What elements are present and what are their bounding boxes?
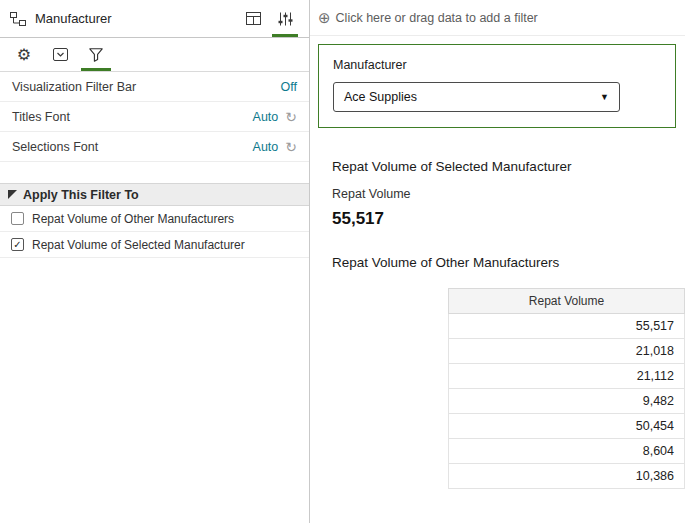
tab-display[interactable] — [42, 38, 78, 71]
tab-properties[interactable] — [269, 0, 301, 37]
property-value: Auto ↻ — [253, 110, 297, 124]
panel-header: Manufacturer — [0, 0, 309, 38]
checkbox-label: Repat Volume of Selected Manufacturer — [32, 238, 245, 252]
checkbox[interactable] — [11, 212, 24, 225]
filter-card-label: Manufacturer — [333, 58, 661, 72]
property-label: Selections Font — [12, 140, 98, 154]
others-viz-title: Repat Volume of Other Manufacturers — [332, 255, 685, 270]
checkbox-label: Repat Volume of Other Manufacturers — [32, 212, 234, 226]
caret-down-icon: ▼ — [600, 92, 609, 102]
tab-filters[interactable] — [78, 38, 114, 71]
table-cell[interactable]: 50,454 — [449, 414, 685, 439]
property-row-titles-font: Titles Font Auto ↻ — [0, 102, 309, 132]
table-row: 21,018 — [449, 339, 685, 364]
titles-font-value[interactable]: Auto — [253, 110, 279, 124]
manufacturer-filter-card: Manufacturer Ace Supplies ▼ — [318, 44, 676, 128]
table-cell[interactable]: 8,604 — [449, 439, 685, 464]
table-cell[interactable]: 21,018 — [449, 339, 685, 364]
tab-general[interactable]: ⚙ — [6, 38, 42, 71]
table-row: 9,482 — [449, 389, 685, 414]
table-row: 8,604 — [449, 439, 685, 464]
tab-visualization-grid[interactable] — [237, 0, 269, 37]
selected-viz-title: Repat Volume of Selected Manufacturer — [332, 159, 685, 174]
reset-icon[interactable]: ↻ — [285, 140, 297, 154]
table-cell[interactable]: 9,482 — [449, 389, 685, 414]
metric-value: 55,517 — [332, 209, 685, 229]
canvas: ⊕ Click here or drag data to add a filte… — [310, 0, 685, 523]
table-header-row: Repat Volume — [449, 289, 685, 314]
reset-icon[interactable]: ↻ — [285, 110, 297, 124]
checkbox[interactable]: ✓ — [11, 238, 24, 251]
panel-header-tabs — [237, 0, 309, 37]
manufacturer-attribute-icon — [10, 12, 26, 26]
add-filter-prompt: Click here or drag data to add a filter — [336, 11, 538, 25]
grid-view-icon — [246, 12, 261, 25]
table-cell[interactable]: 55,517 — [449, 314, 685, 339]
table-cell[interactable]: 10,386 — [449, 464, 685, 489]
property-value: Off — [281, 80, 297, 94]
checkbox-row-selected-manufacturer[interactable]: ✓ Repat Volume of Selected Manufacturer — [0, 232, 309, 258]
window-chevron-icon — [53, 48, 68, 61]
manufacturer-select[interactable]: Ace Supplies ▼ — [333, 82, 620, 112]
section-title: Apply This Filter To — [23, 188, 139, 202]
repat-volume-table: Repat Volume 55,517 21,018 21,112 9,482 … — [448, 288, 685, 489]
property-row-selections-font: Selections Font Auto ↻ — [0, 132, 309, 162]
app-root: Manufacturer — [0, 0, 685, 523]
funnel-icon — [89, 48, 103, 62]
section-apply-this-filter-to[interactable]: Apply This Filter To — [0, 183, 309, 206]
table-cell[interactable]: 21,112 — [449, 364, 685, 389]
property-label: Titles Font — [12, 110, 70, 124]
metric-label: Repat Volume — [332, 187, 685, 201]
add-circle-icon: ⊕ — [318, 10, 331, 25]
filter-properties-panel: Manufacturer — [0, 0, 310, 523]
collapse-triangle-icon — [8, 190, 17, 199]
visualization-filter-bar-value[interactable]: Off — [281, 80, 297, 94]
table-row: 50,454 — [449, 414, 685, 439]
table-row: 21,112 — [449, 364, 685, 389]
sliders-icon — [278, 12, 293, 26]
selected-manufacturer-value: Ace Supplies — [344, 90, 417, 104]
panel-title: Manufacturer — [35, 11, 112, 26]
add-filter-bar[interactable]: ⊕ Click here or drag data to add a filte… — [310, 0, 685, 36]
properties-tab-bar: ⚙ — [0, 38, 309, 72]
property-value: Auto ↻ — [253, 140, 297, 154]
gear-icon: ⚙ — [17, 47, 31, 63]
property-row-visualization-filter-bar: Visualization Filter Bar Off — [0, 72, 309, 102]
checkbox-row-other-manufacturers[interactable]: Repat Volume of Other Manufacturers — [0, 206, 309, 232]
table-row: 10,386 — [449, 464, 685, 489]
table-header-cell[interactable]: Repat Volume — [449, 289, 685, 314]
selections-font-value[interactable]: Auto — [253, 140, 279, 154]
property-label: Visualization Filter Bar — [12, 80, 136, 94]
table-row: 55,517 — [449, 314, 685, 339]
